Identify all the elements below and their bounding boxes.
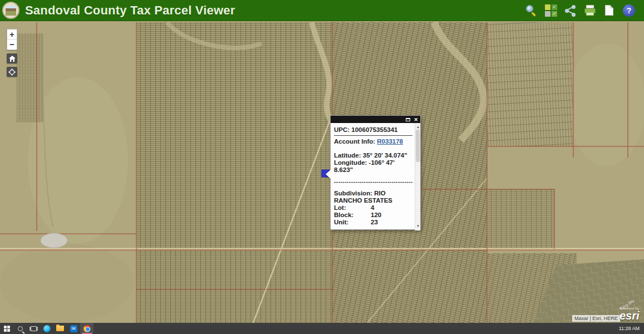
basemap-tile <box>545 11 550 17</box>
share-icon[interactable] <box>564 4 577 17</box>
help-icon[interactable]: ? <box>623 4 635 17</box>
close-icon[interactable]: ✕ <box>414 117 418 122</box>
search-icon-handle <box>531 12 536 17</box>
esri-logo: Powered by esri <box>620 307 640 321</box>
scrollbar-thumb[interactable] <box>416 130 420 162</box>
folder-icon <box>56 326 64 331</box>
upc-row: UPC: 1006075355341 <box>334 126 412 136</box>
edge-icon <box>43 325 51 332</box>
zoom-out-button[interactable]: − <box>7 40 17 50</box>
mail-button[interactable]: ✉ <box>67 323 80 334</box>
windows-logo-icon <box>4 326 10 332</box>
app-window: Sandoval County Tax Parcel Viewer ✓ ✓ <box>0 0 644 334</box>
lot-row: Lot: 4 <box>334 204 412 212</box>
basemap-tile-checked: ✓ <box>552 11 557 17</box>
block-value: 120 <box>371 212 381 219</box>
latitude-value: 35° 20' 34.074" <box>363 152 407 159</box>
document-icon-page <box>605 5 613 16</box>
taskbar-search-button[interactable] <box>13 323 27 334</box>
document-icon[interactable] <box>603 4 616 17</box>
print-icon[interactable] <box>584 4 596 17</box>
basemap-grid-icon[interactable]: ✓ ✓ <box>545 4 557 17</box>
subdivision-label: Subdivision: <box>334 190 372 197</box>
edge-button[interactable] <box>40 323 53 334</box>
separator-dashes: ----------------------------------------… <box>334 228 412 230</box>
task-view-icon <box>31 326 37 331</box>
subdivision-row: Subdivision: RIO RANCHO ESTATES <box>334 190 412 204</box>
lot-value: 4 <box>371 204 374 212</box>
block-row: Block: 120 <box>334 212 412 219</box>
account-link[interactable]: R033178 <box>377 138 403 145</box>
file-explorer-button[interactable] <box>53 323 67 334</box>
document-icon-fold <box>610 5 613 8</box>
block-label: Block: <box>334 212 371 219</box>
unit-value: 23 <box>371 219 378 226</box>
unit-label: Unit: <box>334 219 371 226</box>
map-canvas[interactable]: King Blv Maxar | Esri, HERE Powered by e… <box>0 21 644 323</box>
mail-icon: ✉ <box>70 325 77 332</box>
print-icon-paper <box>586 5 594 8</box>
home-icon <box>9 56 16 62</box>
locate-button[interactable] <box>7 67 17 77</box>
upc-value: 1006075355341 <box>351 126 397 133</box>
search-icon <box>18 326 23 331</box>
map-attribution: Maxar | Esri, HERE <box>572 315 620 322</box>
upc-label: UPC: <box>334 126 350 133</box>
home-button[interactable] <box>7 53 17 63</box>
page-title: Sandoval County Tax Parcel Viewer <box>25 3 235 18</box>
latitude-row: Latitude: 35° 20' 34.074" <box>334 152 412 159</box>
app-header: Sandoval County Tax Parcel Viewer ✓ ✓ <box>0 0 644 21</box>
share-link <box>567 10 573 14</box>
lot-label: Lot: <box>334 204 371 212</box>
taskbar-clock[interactable]: 11:28 AM <box>619 326 644 331</box>
popup-content: UPC: 1006075355341 Account Info: R033178… <box>331 123 420 230</box>
search-icon-lens <box>526 5 533 12</box>
account-label: Account Info: <box>334 138 375 145</box>
esri-powered-by: Powered by <box>620 307 640 310</box>
esri-brand: esri <box>620 310 640 321</box>
zoom-in-button[interactable]: + <box>7 30 17 40</box>
popup-titlebar: ✕ <box>331 116 420 123</box>
map-imagery <box>0 21 644 323</box>
longitude-row: Longitude: -106° 47' 8.623" <box>334 159 412 174</box>
scroll-down-icon[interactable]: ▼ <box>415 223 420 230</box>
latitude-label: Latitude: <box>334 152 361 159</box>
basemap-tile <box>545 4 550 10</box>
chrome-button[interactable] <box>80 323 94 334</box>
maximize-icon[interactable] <box>406 118 410 121</box>
zoom-control: + − <box>7 29 17 50</box>
header-toolbar: ✓ ✓ ? <box>525 4 644 17</box>
parcel-info-popup: ✕ UPC: 1006075355341 Account Info: R0331… <box>330 115 421 230</box>
basemap-tile-checked: ✓ <box>552 4 557 10</box>
locate-icon <box>8 68 16 76</box>
search-icon[interactable] <box>525 4 538 17</box>
windows-taskbar: ✉ 11:28 AM <box>0 323 644 334</box>
separator-dashes: ----------------------------------------… <box>334 178 412 185</box>
start-button[interactable] <box>0 323 13 334</box>
longitude-label: Longitude: <box>334 159 367 166</box>
popup-scrollbar[interactable]: ▲ ▼ <box>415 123 420 230</box>
chrome-icon <box>83 325 91 332</box>
print-icon-tray <box>586 12 594 16</box>
seal-art <box>6 11 16 16</box>
unit-row: Unit: 23 <box>334 219 412 226</box>
task-view-button[interactable] <box>27 323 40 334</box>
county-seal-logo <box>2 2 19 19</box>
account-row: Account Info: R033178 <box>334 138 412 145</box>
